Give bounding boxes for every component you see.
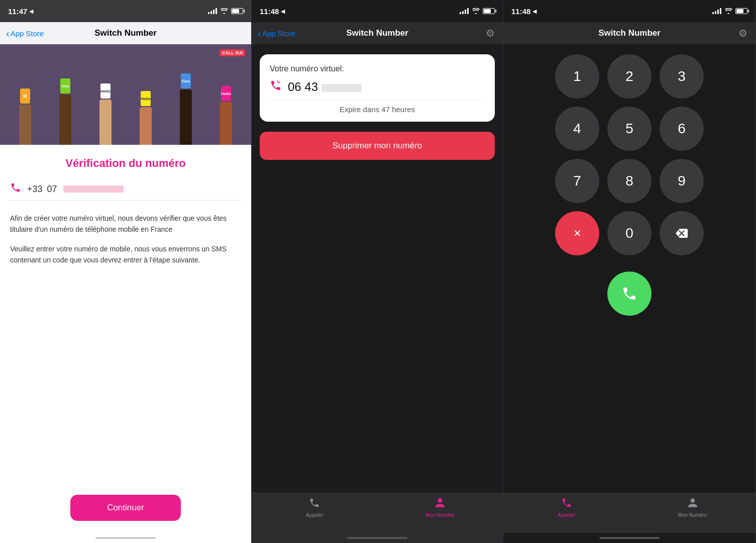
location-icon-1: ◀	[29, 8, 33, 15]
home-bar-2	[347, 537, 407, 539]
number-card: Votre numéro virtuel: 06 43 Expire dans …	[260, 54, 495, 122]
dial-9[interactable]: 9	[660, 159, 704, 203]
tab-appeler-3[interactable]: Appeler	[503, 497, 629, 518]
number-prefix: 07	[47, 184, 57, 194]
wifi-icon-2	[472, 8, 480, 14]
signal-bars-1	[208, 8, 217, 14]
verification-container: Vérification du numéro +33 07 Afin de cr…	[0, 145, 251, 533]
signal-bar	[720, 8, 721, 14]
mini-phone-6: Hello	[221, 86, 231, 101]
signal-bar	[208, 12, 209, 14]
nav-title-3: Switch Number	[598, 28, 661, 38]
dial-0[interactable]: 0	[607, 211, 652, 255]
phone-screen-1: 11:47 ◀ ‹ App Store Switch Number	[0, 0, 252, 543]
hand-6: Hello	[219, 86, 233, 145]
tab-monNumero-2[interactable]: Mon Numéro	[377, 497, 503, 518]
mini-phone-1: 好	[20, 88, 30, 104]
settings-button-2[interactable]: ⚙	[486, 27, 495, 39]
arm-6	[220, 102, 232, 145]
hand-1: 好	[18, 88, 32, 145]
settings-button-3[interactable]: ⚙	[738, 27, 747, 39]
dial-7[interactable]: 7	[555, 159, 599, 203]
battery-icon-3	[735, 8, 747, 14]
home-indicator-3	[503, 533, 755, 543]
phone-number-prefix: +33 07	[27, 184, 57, 195]
tab-monNumero-3[interactable]: Mon Numéro	[629, 497, 755, 518]
number-prefix-display: 06 43	[288, 80, 318, 94]
signal-bar	[215, 8, 217, 14]
signal-bar	[460, 12, 461, 14]
dial-1[interactable]: 1	[555, 54, 599, 99]
signal-bar	[715, 11, 716, 14]
dial-backspace[interactable]	[660, 211, 704, 255]
dial-clear[interactable]: ✕	[555, 211, 599, 255]
card-number-row: 06 43	[270, 79, 485, 95]
hand-5: Ciao	[179, 73, 193, 145]
arm-2	[59, 95, 71, 145]
mini-phone-4: Hello	[141, 91, 151, 106]
call-tab-icon-2	[309, 497, 320, 511]
dial-5[interactable]: 5	[607, 107, 652, 151]
hero-image-1: 好 Clin Hello Hello Ciao Hello	[0, 44, 251, 145]
back-chevron-icon-2: ‹	[258, 28, 261, 39]
signal-bars-3	[712, 8, 721, 14]
hand-2: Clin	[58, 78, 72, 145]
dial-8[interactable]: 8	[607, 159, 652, 203]
back-button-2[interactable]: ‹ App Store	[258, 28, 295, 39]
home-bar-3	[599, 537, 660, 539]
status-bar-3: 11:48 ◀	[503, 0, 755, 22]
person-tab-icon-3	[687, 497, 698, 511]
back-button-1[interactable]: ‹ App Store	[6, 28, 44, 39]
status-icons-2	[460, 8, 495, 14]
nav-bar-3: Switch Number ⚙	[503, 22, 755, 44]
wifi-icon-3	[724, 8, 732, 14]
signal-bar	[465, 10, 466, 14]
home-indicator-1	[0, 533, 251, 543]
dial-3[interactable]: 3	[660, 54, 704, 99]
back-label-2: App Store	[262, 29, 296, 38]
home-indicator-2	[252, 533, 503, 543]
call-action-container	[607, 272, 652, 316]
arm-3	[99, 100, 112, 145]
phone-icon	[10, 182, 21, 196]
hand-4: Hello	[139, 91, 153, 145]
dial-2[interactable]: 2	[607, 54, 652, 99]
card-label: Votre numéro virtuel:	[270, 64, 485, 73]
nav-bar-2: ‹ App Store Switch Number ⚙	[252, 22, 503, 44]
status-icons-3	[712, 8, 747, 14]
tab-bar-3: Appeler Mon Numéro	[503, 493, 755, 533]
home-bar-1	[95, 537, 156, 539]
signal-bar	[210, 11, 212, 14]
wifi-icon-1	[220, 8, 228, 14]
phone-input-row: +33 07	[10, 182, 241, 196]
status-bar-2: 11:48 ◀	[252, 0, 503, 22]
mini-phone-3: Hello	[100, 83, 111, 99]
signal-bar	[712, 12, 714, 14]
status-icons-1	[208, 8, 243, 14]
location-icon-3: ◀	[532, 8, 536, 15]
tab-appeler-2[interactable]: Appeler	[252, 497, 377, 518]
delete-button[interactable]: Supprimer mon numéro	[260, 132, 495, 160]
signal-bar	[213, 10, 214, 14]
status-time-3: 11:48	[511, 7, 530, 16]
signal-bars-2	[460, 8, 469, 14]
signal-bar	[467, 8, 469, 14]
mini-phone-2: Clin	[60, 78, 70, 94]
empty-space-2	[252, 160, 503, 493]
continue-button[interactable]: Continuer	[70, 495, 181, 521]
dial-4[interactable]: 4	[555, 107, 599, 151]
call-button[interactable]	[607, 272, 652, 316]
call-tab-icon-3	[561, 497, 572, 511]
nav-title-2: Switch Number	[346, 28, 408, 38]
hand-3: Hello	[98, 83, 113, 145]
dial-6[interactable]: 6	[660, 107, 704, 151]
call-tab-label-3: Appeler	[558, 512, 575, 518]
battery-icon-1	[231, 8, 243, 14]
person-tab-label-3: Mon Numéro	[678, 512, 707, 518]
dialpad: 1 2 3 4 5 6 7 8 9 ✕ 0	[503, 44, 755, 493]
description-2: Veuillez entrer votre numéro de mobile, …	[10, 243, 241, 266]
signal-bar	[462, 11, 464, 14]
back-chevron-icon-1: ‹	[6, 28, 10, 39]
mini-phone-5: Ciao	[181, 73, 191, 88]
input-underline	[10, 200, 241, 201]
